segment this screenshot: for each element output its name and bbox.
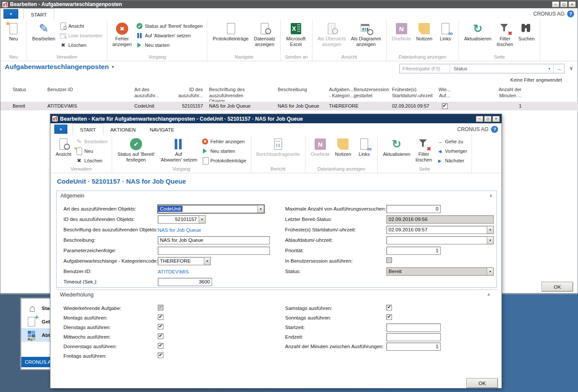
wiederkehrende-aufgabe-checkbox[interactable] xyxy=(158,305,163,310)
notizen-button[interactable]: Notizen xyxy=(414,20,435,43)
status-auf-bereit-festlegen-button[interactable]: Status auf 'Bereit' festlegen xyxy=(115,136,157,164)
filter-field-select[interactable]: Status xyxy=(450,64,545,73)
dropdown-button-icon[interactable]: ▾ xyxy=(487,268,493,275)
column-header-wie-auf[interactable]: Wie... Auf... xyxy=(435,87,454,99)
maximize-button[interactable]: □ xyxy=(484,116,492,122)
als-übersicht-anzeigen-button[interactable]: Als Übersicht anzeigen xyxy=(316,20,348,48)
früheste-s-startdatum-uhrzeit-combobox[interactable]: 02.09.2016 09:57▾ xyxy=(386,226,494,234)
fehler-anzeigen-button[interactable]: Fehler anzeigen xyxy=(110,20,134,48)
berichtsanfrageseite-button[interactable]: Berichtsanfrageseite xyxy=(254,136,302,158)
dropdown-button-icon[interactable]: ▾ xyxy=(487,237,493,244)
maximale-anzahl-von-ausführungsversuchen-input[interactable]: 0 xyxy=(386,205,441,213)
section-title-allgemein[interactable]: Allgemein xyxy=(60,193,84,199)
beschriftung-des-auszuführenden-objekts-link[interactable]: NAS for Job Queue xyxy=(158,227,201,233)
microsoft-excel-button[interactable]: Microsoft Excel xyxy=(284,20,308,48)
column-header-aufgaben-kategori[interactable]: Aufgaben... - Kategori... xyxy=(329,87,354,99)
suchen-button[interactable]: Suchen xyxy=(516,20,537,43)
links-button[interactable]: Links xyxy=(435,20,455,43)
maximize-button[interactable]: □ xyxy=(560,1,568,7)
apply-filter-arrow-icon[interactable]: → xyxy=(553,64,564,73)
help-icon[interactable]: ? xyxy=(567,10,574,17)
protokolleinträge-button[interactable]: Protokolleinträge xyxy=(200,157,248,165)
ok-button[interactable]: OK xyxy=(541,282,573,292)
fehler-anzeigen-button[interactable]: Fehler anzeigen xyxy=(200,138,248,145)
sonntags-ausführen-checkbox[interactable] xyxy=(386,314,392,320)
section-title-wiederholung[interactable]: Wiederholung xyxy=(60,292,93,298)
als-diagramm-anzeigen-button[interactable]: Als Diagramm anzeigen xyxy=(349,20,383,48)
dropdown-button-icon[interactable]: ▾ xyxy=(487,226,493,234)
mittwochs-ausführen-checkbox[interactable] xyxy=(158,333,163,339)
löschen-button[interactable]: Löschen xyxy=(58,41,103,49)
ansicht-button[interactable]: Ansicht xyxy=(53,136,73,158)
filter-field-dropdown-icon[interactable]: ▾ xyxy=(545,64,553,73)
ok-button[interactable]: OK xyxy=(466,378,498,388)
dropdown-button-icon[interactable]: ▾ xyxy=(257,205,264,213)
neu-button[interactable]: Neu xyxy=(74,147,109,155)
collapse-chevron-icon[interactable]: ∧ xyxy=(487,292,490,297)
column-header-anzahl-der-minuten[interactable]: Anzahl der Minuten ... xyxy=(454,87,523,99)
page-title-dropdown-icon[interactable]: ▾ xyxy=(112,65,114,69)
datensatz-anzeigen-button[interactable]: Datensatz anzeigen xyxy=(252,20,278,48)
löschen-button[interactable]: Löschen xyxy=(74,157,109,165)
row-checkbox[interactable] xyxy=(442,103,448,109)
aufgabenwarteschlange-kategoriencode-combobox[interactable]: THEREFORE▾ xyxy=(158,257,211,265)
notizen-button[interactable]: Notizen xyxy=(333,136,353,158)
column-header-benutzer-id[interactable]: Benutzer-ID xyxy=(47,87,134,93)
filter-löschen-button[interactable]: Filter löschen xyxy=(413,136,434,164)
bearbeiten-button[interactable]: Bearbeiten xyxy=(74,138,109,145)
minimize-button[interactable]: – xyxy=(476,116,483,122)
freitags-ausführen-checkbox[interactable] xyxy=(158,352,163,358)
column-header-beschreibung[interactable]: Beschreibung xyxy=(278,87,329,93)
onenote-button[interactable]: OneNote xyxy=(309,136,332,158)
minimize-button[interactable]: – xyxy=(552,1,559,7)
letzter-bereit-status-input[interactable]: 02.09.2016 09:56 xyxy=(386,215,494,224)
column-header-id-des-auszuführ[interactable]: ID des auszuführ... xyxy=(169,87,203,99)
dropdown-button-icon[interactable]: ▾ xyxy=(199,216,205,223)
tab-start[interactable]: START xyxy=(23,8,54,20)
neu-starten-button[interactable]: Neu starten xyxy=(135,41,204,49)
collapse-chevron-icon[interactable]: ∧ xyxy=(489,193,492,198)
art-des-auszuführenden-objekts-combobox[interactable]: CodeUnit▾ xyxy=(158,205,264,213)
id-des-auszuführenden-objekts-combobox[interactable]: 52101157▾ xyxy=(158,215,206,224)
endzeit-input[interactable] xyxy=(386,333,441,341)
neu-button[interactable]: Neu xyxy=(3,20,23,43)
application-menu-button[interactable]: ▾ xyxy=(54,125,67,134)
montags-ausführen-checkbox[interactable] xyxy=(158,314,163,320)
neu-starten-button[interactable]: Neu starten xyxy=(200,147,248,155)
application-menu-button[interactable]: ▾ xyxy=(3,9,18,19)
protokolleinträge-button[interactable]: Protokolleinträge xyxy=(210,20,251,43)
close-button[interactable]: × xyxy=(492,116,500,122)
liste-bearbeiten-button[interactable]: Liste bearbeiten xyxy=(58,32,103,40)
list-row[interactable]: BereitATITDEV\MISCodeUnit52101157NAS for… xyxy=(0,102,578,110)
priorität-input[interactable]: 1 xyxy=(386,247,441,255)
filter-input[interactable]: Filtereingabe (F3) xyxy=(400,64,450,73)
help-icon[interactable]: ? xyxy=(491,126,498,133)
status-auf-bereit-festlegen-button[interactable]: Status auf 'Bereit' festlegen xyxy=(135,22,204,30)
tab-start[interactable]: START xyxy=(73,123,103,135)
samstags-ausführen-checkbox[interactable] xyxy=(386,305,392,310)
gehe-zu-button[interactable]: Gehe zu xyxy=(435,138,468,145)
ablaufdatum-uhrzeit-combobox[interactable]: ▾ xyxy=(386,236,494,244)
column-header-früheste-s-startdatum-uhrzeit[interactable]: Früheste(s) Startdatum/-uhrzeit xyxy=(392,87,435,99)
aktualisieren-button[interactable]: Aktualisieren xyxy=(462,20,494,43)
status-combobox[interactable]: Bereit▾ xyxy=(386,267,494,276)
onenote-button[interactable]: OneNote xyxy=(390,20,413,43)
dienstags-ausführen-checkbox[interactable] xyxy=(158,324,163,329)
column-header-art-des-auszuführ[interactable]: Art des auszuführ... xyxy=(134,87,169,99)
timeout-sek-input[interactable]: 3600 xyxy=(158,278,212,286)
startzeit-input[interactable] xyxy=(386,323,441,332)
vorheriger-button[interactable]: Vorheriger xyxy=(435,147,468,155)
tab-aktionen[interactable]: AKTIONEN xyxy=(103,123,143,135)
parameterzeichenfolge-input[interactable] xyxy=(158,247,270,255)
tab-navigate[interactable]: NAVIGATE xyxy=(143,123,181,135)
benutzer-id-link[interactable]: ATITDEV\MIS xyxy=(158,269,189,274)
close-button[interactable]: × xyxy=(568,1,576,7)
nächster-button[interactable]: Nächster xyxy=(435,157,468,165)
filter-löschen-button[interactable]: Filter löschen xyxy=(495,20,515,48)
filter-pane-chevron-icon[interactable]: ∨ xyxy=(569,65,573,71)
links-button[interactable]: Links xyxy=(354,136,374,158)
anzahl-der-minuten-zwischen-ausführungen-input[interactable]: 1 xyxy=(386,343,441,351)
donnerstags-ausführen-checkbox[interactable] xyxy=(158,343,163,349)
ansicht-button[interactable]: Ansicht xyxy=(58,22,103,30)
auf-abwarten-setzen-button[interactable]: Auf 'Abwarten' setzen xyxy=(158,136,199,164)
